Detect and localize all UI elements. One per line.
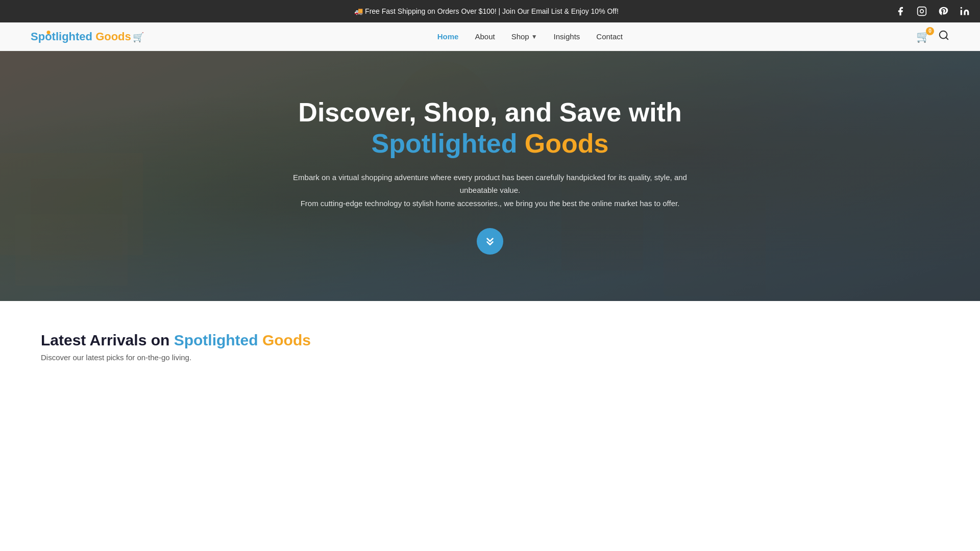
latest-arrivals-section: Latest Arrivals on Spotlighted Goods Dis…	[0, 301, 980, 382]
hero-section: Discover, Shop, and Save with Spotlighte…	[0, 51, 980, 301]
announcement-bar: 🚚 Free Fast Shipping on Orders Over $100…	[0, 0, 980, 22]
svg-rect-0	[918, 7, 926, 16]
instagram-icon[interactable]	[915, 4, 929, 18]
svg-point-1	[920, 10, 924, 13]
pinterest-icon[interactable]	[936, 4, 950, 18]
nav-about[interactable]: About	[475, 32, 495, 41]
hero-brand-goods: Goods	[517, 129, 608, 158]
linkedin-icon[interactable]	[958, 4, 972, 18]
svg-point-3	[961, 7, 962, 9]
logo-goods: Goods	[95, 30, 131, 43]
latest-arrivals-subtitle: Discover our latest picks for on-the-go …	[41, 353, 939, 362]
hero-subtitle-line2: From cutting-edge technology to stylish …	[301, 199, 680, 208]
announcement-text: 🚚 Free Fast Shipping on Orders Over $100…	[80, 7, 893, 15]
nav-shop-wrapper[interactable]: Shop ▼	[511, 32, 537, 41]
facebook-icon[interactable]	[893, 4, 908, 18]
svg-point-2	[924, 9, 924, 9]
hero-content: Discover, Shop, and Save with Spotlighte…	[260, 97, 720, 255]
hero-subtitle: Embark on a virtual shopping adventure w…	[281, 171, 699, 210]
social-icons-bar	[893, 4, 972, 18]
latest-brand-spotlighted: Spotlighted	[174, 332, 258, 348]
nav-contact[interactable]: Contact	[596, 32, 623, 41]
shop-chevron-icon: ▼	[531, 33, 537, 40]
logo-o-letter: o	[45, 30, 52, 43]
hero-title-line1: Discover, Shop, and Save with	[281, 97, 699, 128]
header-actions: 🛒 0	[916, 30, 949, 43]
logo-spotlighted: Sp	[31, 30, 45, 43]
logo[interactable]: Sp o tlighted Goods🛒	[31, 30, 144, 43]
logo-dot	[46, 31, 50, 34]
main-nav: Home About Shop ▼ Insights Contact	[437, 32, 623, 41]
hero-brand-spotlighted: Spotlighted	[371, 129, 517, 158]
latest-title-prefix: Latest Arrivals on	[41, 332, 174, 348]
latest-arrivals-title: Latest Arrivals on Spotlighted Goods	[41, 332, 939, 349]
nav-shop[interactable]: Shop	[511, 32, 529, 41]
hero-subtitle-line1: Embark on a virtual shopping adventure w…	[293, 173, 687, 195]
cart-badge: 0	[926, 27, 934, 35]
nav-home[interactable]: Home	[437, 32, 459, 41]
scroll-down-button[interactable]	[477, 228, 503, 255]
svg-line-5	[946, 37, 948, 39]
hero-title-brand: Spotlighted Goods	[281, 128, 699, 159]
chevron-double-down-icon	[483, 235, 497, 248]
latest-brand-goods: Goods	[258, 332, 311, 348]
logo-rest1: tlighted	[52, 30, 96, 43]
header: Sp o tlighted Goods🛒 Home About Shop ▼ I…	[0, 22, 980, 51]
search-icon[interactable]	[938, 30, 949, 43]
cart-button[interactable]: 🛒 0	[916, 30, 930, 43]
logo-cart-symbol: 🛒	[133, 32, 144, 42]
nav-insights[interactable]: Insights	[554, 32, 580, 41]
